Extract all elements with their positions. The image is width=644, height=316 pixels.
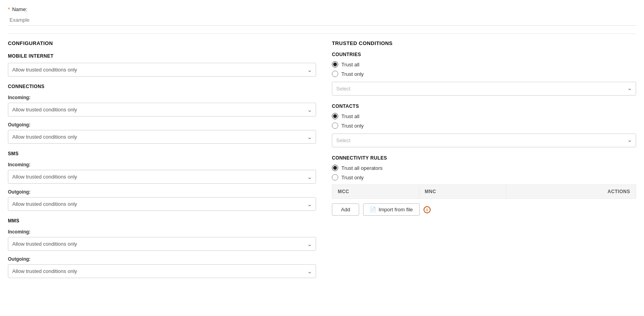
connections-incoming-select[interactable]: Allow trusted conditions only Allow all … bbox=[8, 103, 316, 117]
add-button[interactable]: Add bbox=[332, 203, 359, 216]
import-from-file-button[interactable]: 📄 Import from file bbox=[363, 203, 420, 216]
mms-section: MMS Incoming: Allow trusted conditions o… bbox=[8, 218, 316, 278]
contacts-select-wrapper: Select ⌄ bbox=[332, 132, 636, 147]
connectivity-trust-only-label: Trust only bbox=[341, 175, 364, 181]
contacts-trust-all-label: Trust all bbox=[341, 113, 360, 119]
connections-title: CONNECTIONS bbox=[8, 84, 316, 89]
sms-outgoing-select[interactable]: Allow trusted conditions only Allow all … bbox=[8, 197, 316, 211]
contacts-title: CONTACTS bbox=[332, 103, 636, 109]
sms-outgoing-select-wrapper: Allow trusted conditions only Allow all … bbox=[8, 197, 316, 211]
mms-incoming-select-wrapper: Allow trusted conditions only Allow all … bbox=[8, 237, 316, 251]
sms-outgoing-label: Outgoing: bbox=[8, 189, 316, 195]
connections-incoming-select-wrapper: Allow trusted conditions only Allow all … bbox=[8, 103, 316, 117]
contacts-select[interactable]: Select bbox=[332, 134, 636, 147]
countries-title: COUNTRIES bbox=[332, 52, 636, 57]
mobile-internet-select[interactable]: Allow trusted conditions only Allow all … bbox=[8, 63, 316, 77]
connections-section: CONNECTIONS Incoming: Allow trusted cond… bbox=[8, 84, 316, 144]
mcc-column-header: MCC bbox=[332, 185, 419, 199]
configuration-title: CONFIGURATION bbox=[8, 40, 316, 46]
contacts-trust-only-radio[interactable] bbox=[332, 122, 338, 129]
sms-incoming-select-wrapper: Allow trusted conditions only Allow all … bbox=[8, 170, 316, 184]
countries-trust-only-row: Trust only bbox=[332, 71, 636, 77]
mobile-internet-section: MOBILE INTERNET Allow trusted conditions… bbox=[8, 53, 316, 77]
mobile-internet-title: MOBILE INTERNET bbox=[8, 53, 316, 59]
info-icon[interactable]: i bbox=[424, 206, 431, 213]
name-label: * Name: bbox=[8, 6, 636, 12]
actions-column-header: ACTIONS bbox=[506, 185, 636, 199]
main-content: CONFIGURATION MOBILE INTERNET Allow trus… bbox=[8, 40, 636, 280]
contacts-trust-only-label: Trust only bbox=[341, 123, 364, 129]
table-actions-row: Add 📄 Import from file i bbox=[332, 203, 636, 216]
sms-section: SMS Incoming: Allow trusted conditions o… bbox=[8, 151, 316, 211]
trusted-conditions-panel: TRUSTED CONDITIONS COUNTRIES Trust all T… bbox=[332, 40, 636, 280]
mobile-internet-select-wrapper: Allow trusted conditions only Allow all … bbox=[8, 63, 316, 77]
mms-incoming-select[interactable]: Allow trusted conditions only Allow all … bbox=[8, 237, 316, 251]
contacts-trust-all-row: Trust all bbox=[332, 113, 636, 119]
mms-title: MMS bbox=[8, 218, 316, 224]
connectivity-rules-section: CONNECTIVITY RULES Trust all operators T… bbox=[332, 155, 636, 216]
connectivity-trust-all-row: Trust all operators bbox=[332, 165, 636, 171]
sms-title: SMS bbox=[8, 151, 316, 156]
mms-outgoing-select[interactable]: Allow trusted conditions only Allow all … bbox=[8, 264, 316, 278]
contacts-section: CONTACTS Trust all Trust only Select ⌄ bbox=[332, 103, 636, 147]
sms-incoming-label: Incoming: bbox=[8, 162, 316, 167]
connectivity-trust-only-radio[interactable] bbox=[332, 174, 338, 181]
countries-trust-all-label: Trust all bbox=[341, 62, 360, 68]
name-input[interactable] bbox=[8, 15, 636, 26]
countries-trust-only-label: Trust only bbox=[341, 71, 364, 77]
mms-incoming-label: Incoming: bbox=[8, 229, 316, 235]
countries-trust-only-radio[interactable] bbox=[332, 71, 338, 77]
connectivity-trust-all-radio[interactable] bbox=[332, 165, 338, 171]
file-icon: 📄 bbox=[370, 207, 376, 213]
mms-outgoing-label: Outgoing: bbox=[8, 256, 316, 262]
mms-outgoing-select-wrapper: Allow trusted conditions only Allow all … bbox=[8, 264, 316, 278]
countries-section: COUNTRIES Trust all Trust only Select ⌄ bbox=[332, 52, 636, 96]
connectivity-rules-title: CONNECTIVITY RULES bbox=[332, 155, 636, 161]
connectivity-trust-all-label: Trust all operators bbox=[341, 165, 382, 171]
name-section: * Name: bbox=[8, 6, 636, 26]
countries-trust-all-radio[interactable] bbox=[332, 61, 338, 68]
connectivity-table: MCC MNC ACTIONS bbox=[332, 184, 636, 199]
mnc-column-header: MNC bbox=[419, 185, 506, 199]
connections-outgoing-select[interactable]: Allow trusted conditions only Allow all … bbox=[8, 130, 316, 144]
countries-select[interactable]: Select bbox=[332, 82, 636, 96]
connectivity-trust-only-row: Trust only bbox=[332, 174, 636, 181]
trusted-conditions-title: TRUSTED CONDITIONS bbox=[332, 40, 636, 46]
contacts-trust-only-row: Trust only bbox=[332, 122, 636, 129]
connections-incoming-label: Incoming: bbox=[8, 95, 316, 100]
sms-incoming-select[interactable]: Allow trusted conditions only Allow all … bbox=[8, 170, 316, 184]
contacts-trust-all-radio[interactable] bbox=[332, 113, 338, 119]
configuration-panel: CONFIGURATION MOBILE INTERNET Allow trus… bbox=[8, 40, 316, 280]
connections-outgoing-label: Outgoing: bbox=[8, 122, 316, 128]
connections-outgoing-select-wrapper: Allow trusted conditions only Allow all … bbox=[8, 130, 316, 144]
required-marker: * bbox=[8, 6, 10, 12]
countries-trust-all-row: Trust all bbox=[332, 61, 636, 68]
section-divider bbox=[8, 34, 636, 34]
countries-select-wrapper: Select ⌄ bbox=[332, 80, 636, 96]
